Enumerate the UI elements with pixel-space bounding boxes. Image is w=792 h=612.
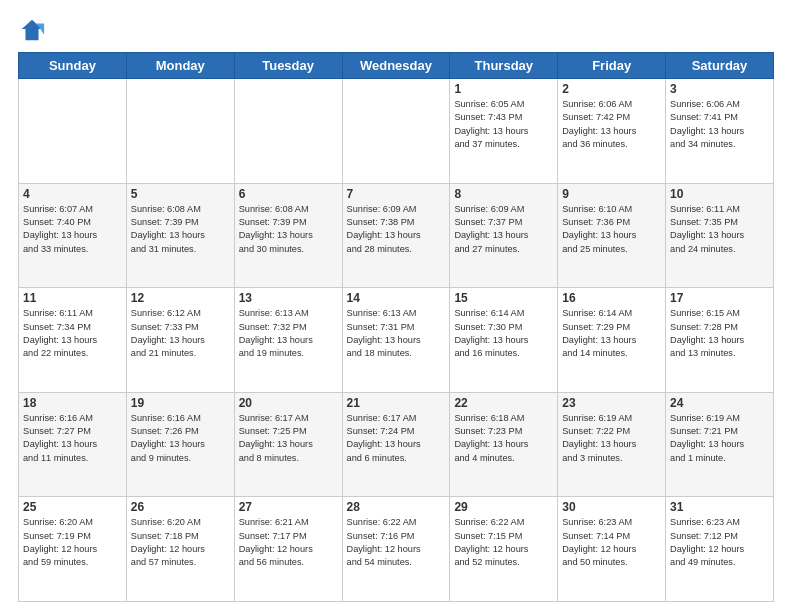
day-number: 1 — [454, 82, 553, 96]
calendar-week-5: 25Sunrise: 6:20 AM Sunset: 7:19 PM Dayli… — [19, 497, 774, 602]
day-info: Sunrise: 6:06 AM Sunset: 7:41 PM Dayligh… — [670, 98, 769, 151]
calendar-cell: 22Sunrise: 6:18 AM Sunset: 7:23 PM Dayli… — [450, 392, 558, 497]
day-info: Sunrise: 6:22 AM Sunset: 7:16 PM Dayligh… — [347, 516, 446, 569]
logo — [18, 16, 50, 44]
day-info: Sunrise: 6:16 AM Sunset: 7:26 PM Dayligh… — [131, 412, 230, 465]
day-info: Sunrise: 6:12 AM Sunset: 7:33 PM Dayligh… — [131, 307, 230, 360]
day-info: Sunrise: 6:09 AM Sunset: 7:37 PM Dayligh… — [454, 203, 553, 256]
day-number: 11 — [23, 291, 122, 305]
calendar-cell: 28Sunrise: 6:22 AM Sunset: 7:16 PM Dayli… — [342, 497, 450, 602]
calendar-cell: 3Sunrise: 6:06 AM Sunset: 7:41 PM Daylig… — [666, 79, 774, 184]
day-info: Sunrise: 6:11 AM Sunset: 7:35 PM Dayligh… — [670, 203, 769, 256]
calendar-cell: 25Sunrise: 6:20 AM Sunset: 7:19 PM Dayli… — [19, 497, 127, 602]
day-number: 7 — [347, 187, 446, 201]
calendar-header-saturday: Saturday — [666, 53, 774, 79]
calendar-cell: 17Sunrise: 6:15 AM Sunset: 7:28 PM Dayli… — [666, 288, 774, 393]
day-number: 30 — [562, 500, 661, 514]
calendar-cell: 15Sunrise: 6:14 AM Sunset: 7:30 PM Dayli… — [450, 288, 558, 393]
day-info: Sunrise: 6:09 AM Sunset: 7:38 PM Dayligh… — [347, 203, 446, 256]
day-info: Sunrise: 6:13 AM Sunset: 7:32 PM Dayligh… — [239, 307, 338, 360]
day-info: Sunrise: 6:22 AM Sunset: 7:15 PM Dayligh… — [454, 516, 553, 569]
calendar-cell: 4Sunrise: 6:07 AM Sunset: 7:40 PM Daylig… — [19, 183, 127, 288]
day-number: 24 — [670, 396, 769, 410]
day-info: Sunrise: 6:18 AM Sunset: 7:23 PM Dayligh… — [454, 412, 553, 465]
day-number: 16 — [562, 291, 661, 305]
calendar-cell: 2Sunrise: 6:06 AM Sunset: 7:42 PM Daylig… — [558, 79, 666, 184]
calendar-cell: 29Sunrise: 6:22 AM Sunset: 7:15 PM Dayli… — [450, 497, 558, 602]
day-number: 9 — [562, 187, 661, 201]
calendar-cell: 1Sunrise: 6:05 AM Sunset: 7:43 PM Daylig… — [450, 79, 558, 184]
day-info: Sunrise: 6:10 AM Sunset: 7:36 PM Dayligh… — [562, 203, 661, 256]
day-number: 4 — [23, 187, 122, 201]
day-info: Sunrise: 6:08 AM Sunset: 7:39 PM Dayligh… — [131, 203, 230, 256]
calendar-cell: 30Sunrise: 6:23 AM Sunset: 7:14 PM Dayli… — [558, 497, 666, 602]
calendar-cell: 27Sunrise: 6:21 AM Sunset: 7:17 PM Dayli… — [234, 497, 342, 602]
day-number: 3 — [670, 82, 769, 96]
calendar-cell: 13Sunrise: 6:13 AM Sunset: 7:32 PM Dayli… — [234, 288, 342, 393]
day-number: 8 — [454, 187, 553, 201]
day-info: Sunrise: 6:17 AM Sunset: 7:24 PM Dayligh… — [347, 412, 446, 465]
day-info: Sunrise: 6:17 AM Sunset: 7:25 PM Dayligh… — [239, 412, 338, 465]
day-info: Sunrise: 6:20 AM Sunset: 7:19 PM Dayligh… — [23, 516, 122, 569]
calendar-header-friday: Friday — [558, 53, 666, 79]
calendar-cell: 5Sunrise: 6:08 AM Sunset: 7:39 PM Daylig… — [126, 183, 234, 288]
calendar-header-monday: Monday — [126, 53, 234, 79]
calendar-cell: 31Sunrise: 6:23 AM Sunset: 7:12 PM Dayli… — [666, 497, 774, 602]
calendar-cell: 8Sunrise: 6:09 AM Sunset: 7:37 PM Daylig… — [450, 183, 558, 288]
day-number: 6 — [239, 187, 338, 201]
calendar-week-1: 1Sunrise: 6:05 AM Sunset: 7:43 PM Daylig… — [19, 79, 774, 184]
day-info: Sunrise: 6:14 AM Sunset: 7:30 PM Dayligh… — [454, 307, 553, 360]
day-number: 10 — [670, 187, 769, 201]
day-info: Sunrise: 6:05 AM Sunset: 7:43 PM Dayligh… — [454, 98, 553, 151]
day-number: 15 — [454, 291, 553, 305]
calendar-week-2: 4Sunrise: 6:07 AM Sunset: 7:40 PM Daylig… — [19, 183, 774, 288]
day-number: 27 — [239, 500, 338, 514]
calendar-cell: 24Sunrise: 6:19 AM Sunset: 7:21 PM Dayli… — [666, 392, 774, 497]
day-info: Sunrise: 6:08 AM Sunset: 7:39 PM Dayligh… — [239, 203, 338, 256]
day-info: Sunrise: 6:11 AM Sunset: 7:34 PM Dayligh… — [23, 307, 122, 360]
calendar-header-row: SundayMondayTuesdayWednesdayThursdayFrid… — [19, 53, 774, 79]
day-number: 14 — [347, 291, 446, 305]
calendar-week-4: 18Sunrise: 6:16 AM Sunset: 7:27 PM Dayli… — [19, 392, 774, 497]
day-number: 23 — [562, 396, 661, 410]
calendar-table: SundayMondayTuesdayWednesdayThursdayFrid… — [18, 52, 774, 602]
day-number: 18 — [23, 396, 122, 410]
calendar-cell: 16Sunrise: 6:14 AM Sunset: 7:29 PM Dayli… — [558, 288, 666, 393]
day-info: Sunrise: 6:06 AM Sunset: 7:42 PM Dayligh… — [562, 98, 661, 151]
calendar-cell: 19Sunrise: 6:16 AM Sunset: 7:26 PM Dayli… — [126, 392, 234, 497]
day-number: 26 — [131, 500, 230, 514]
calendar-cell: 18Sunrise: 6:16 AM Sunset: 7:27 PM Dayli… — [19, 392, 127, 497]
day-info: Sunrise: 6:23 AM Sunset: 7:12 PM Dayligh… — [670, 516, 769, 569]
calendar-week-3: 11Sunrise: 6:11 AM Sunset: 7:34 PM Dayli… — [19, 288, 774, 393]
page: SundayMondayTuesdayWednesdayThursdayFrid… — [0, 0, 792, 612]
calendar-cell: 6Sunrise: 6:08 AM Sunset: 7:39 PM Daylig… — [234, 183, 342, 288]
day-number: 25 — [23, 500, 122, 514]
day-number: 20 — [239, 396, 338, 410]
day-number: 13 — [239, 291, 338, 305]
day-info: Sunrise: 6:13 AM Sunset: 7:31 PM Dayligh… — [347, 307, 446, 360]
calendar-header-sunday: Sunday — [19, 53, 127, 79]
calendar-header-wednesday: Wednesday — [342, 53, 450, 79]
day-info: Sunrise: 6:19 AM Sunset: 7:22 PM Dayligh… — [562, 412, 661, 465]
day-number: 21 — [347, 396, 446, 410]
calendar-cell: 10Sunrise: 6:11 AM Sunset: 7:35 PM Dayli… — [666, 183, 774, 288]
calendar-cell: 11Sunrise: 6:11 AM Sunset: 7:34 PM Dayli… — [19, 288, 127, 393]
day-number: 31 — [670, 500, 769, 514]
calendar-header-tuesday: Tuesday — [234, 53, 342, 79]
calendar-cell: 21Sunrise: 6:17 AM Sunset: 7:24 PM Dayli… — [342, 392, 450, 497]
day-number: 28 — [347, 500, 446, 514]
day-number: 12 — [131, 291, 230, 305]
calendar-cell: 20Sunrise: 6:17 AM Sunset: 7:25 PM Dayli… — [234, 392, 342, 497]
day-number: 17 — [670, 291, 769, 305]
day-info: Sunrise: 6:14 AM Sunset: 7:29 PM Dayligh… — [562, 307, 661, 360]
logo-icon — [18, 16, 46, 44]
calendar-header-thursday: Thursday — [450, 53, 558, 79]
svg-marker-0 — [22, 20, 43, 41]
calendar-cell — [126, 79, 234, 184]
day-info: Sunrise: 6:20 AM Sunset: 7:18 PM Dayligh… — [131, 516, 230, 569]
calendar-cell: 9Sunrise: 6:10 AM Sunset: 7:36 PM Daylig… — [558, 183, 666, 288]
calendar-cell: 26Sunrise: 6:20 AM Sunset: 7:18 PM Dayli… — [126, 497, 234, 602]
day-info: Sunrise: 6:21 AM Sunset: 7:17 PM Dayligh… — [239, 516, 338, 569]
day-number: 5 — [131, 187, 230, 201]
calendar-cell — [234, 79, 342, 184]
